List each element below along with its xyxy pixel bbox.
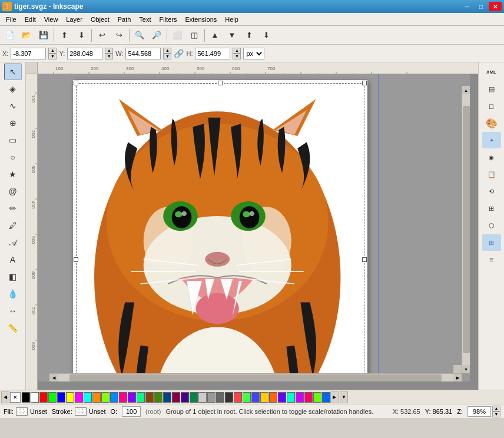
minimize-button[interactable]: ─	[460, 2, 473, 11]
zoom-input[interactable]	[467, 406, 491, 417]
color-swatch-yellow[interactable]	[66, 392, 74, 403]
h-spin-up[interactable]: ▲	[233, 48, 241, 54]
color-swatch-yellowgreen[interactable]	[313, 392, 321, 403]
color-swatch-lightgreen[interactable]	[243, 392, 251, 403]
text-tool-btn[interactable]: A	[4, 251, 22, 268]
menu-filters[interactable]: Filters	[156, 15, 181, 24]
color-swatch-springgreen[interactable]	[137, 392, 145, 403]
new-btn[interactable]: 📄	[1, 28, 18, 43]
xml-editor-btn[interactable]: XML	[482, 64, 501, 80]
color-swatch-red[interactable]	[39, 392, 48, 403]
h-scroll-thumb[interactable]	[69, 374, 442, 381]
color-swatch-dodgerblue[interactable]	[322, 392, 330, 403]
connector-tool-btn[interactable]: ↔	[4, 303, 22, 319]
x-input[interactable]	[11, 48, 46, 59]
x-spin-up[interactable]: ▲	[48, 48, 57, 54]
undo-btn[interactable]: ↩	[94, 28, 110, 43]
x-spin[interactable]: ▲ ▼	[48, 48, 57, 59]
canvas-viewport[interactable]: ◀ ▶ ▲ ▼	[38, 74, 470, 381]
h-spin[interactable]: ▲ ▼	[233, 48, 241, 59]
titlebar-buttons[interactable]: ─ □ ✕	[460, 2, 502, 11]
h-spin-down[interactable]: ▼	[233, 54, 241, 59]
open-btn[interactable]: 📂	[18, 28, 35, 43]
scroll-left-btn[interactable]: ◀	[49, 374, 58, 382]
w-spin[interactable]: ▲ ▼	[163, 48, 171, 59]
color-swatch-olive[interactable]	[154, 392, 163, 403]
y-spin-up[interactable]: ▲	[105, 48, 113, 54]
layers-btn[interactable]: ▤	[482, 81, 501, 97]
horizontal-scrollbar[interactable]: ◀ ▶	[49, 373, 462, 381]
dropper-tool-btn[interactable]: 💧	[4, 286, 22, 302]
unit-selector[interactable]: px mm cm in pt	[243, 48, 264, 59]
color-swatch-indigo[interactable]	[181, 392, 189, 403]
w-input[interactable]	[125, 48, 161, 59]
gradient-tool-btn[interactable]: ◧	[4, 268, 22, 285]
color-swatch-gold[interactable]	[260, 392, 268, 403]
clipboard-btn[interactable]: 📋	[482, 166, 501, 182]
tweak-tool-btn[interactable]: ∿	[4, 98, 22, 114]
save-btn[interactable]: 💾	[35, 28, 52, 43]
nodes-btn[interactable]: ⬡	[482, 217, 501, 234]
w-spin-up[interactable]: ▲	[163, 48, 171, 54]
color-swatch-brown[interactable]	[145, 392, 154, 403]
canvas-area[interactable]: 100 200 300 400 500 600 700	[26, 62, 478, 390]
import-btn[interactable]: ⬆	[56, 28, 72, 43]
x-spin-down[interactable]: ▼	[48, 54, 57, 59]
color-swatch-rose[interactable]	[119, 392, 127, 403]
color-swatch-salmon[interactable]	[234, 392, 242, 403]
color-swatch-white[interactable]	[31, 392, 39, 403]
color-swatch-chartreuse[interactable]	[101, 392, 110, 403]
lower-bottom-btn[interactable]: ⬇	[258, 28, 274, 43]
color-swatch-darkgray[interactable]	[216, 392, 224, 403]
color-swatch-purple[interactable]	[278, 392, 286, 403]
color-swatch-gray[interactable]	[207, 392, 215, 403]
v-scroll-thumb[interactable]	[463, 106, 470, 353]
ellipse-tool-btn[interactable]: ○	[4, 149, 22, 165]
color-swatch-turquoise[interactable]	[287, 392, 295, 403]
rect-tool-btn[interactable]: ▭	[4, 132, 22, 148]
color-swatch-black[interactable]	[22, 392, 30, 403]
spiral-tool-btn[interactable]: @	[4, 183, 22, 200]
measure-tool-btn[interactable]: 📏	[4, 320, 22, 336]
fill-color-box[interactable]	[16, 407, 28, 416]
scroll-right-btn[interactable]: ▶	[453, 374, 462, 382]
color-swatch-navy[interactable]	[163, 392, 171, 403]
stroke-color-box[interactable]	[75, 407, 87, 416]
color-swatch-violet[interactable]	[128, 392, 136, 403]
opacity-input[interactable]	[122, 406, 141, 417]
palette-menu[interactable]: ▼	[340, 391, 348, 403]
menu-file[interactable]: File	[2, 15, 20, 24]
fill-stroke-btn[interactable]: 🎨	[482, 115, 501, 131]
color-swatch-blue[interactable]	[57, 392, 65, 403]
transform-btn[interactable]: ⟲	[482, 183, 501, 200]
color-swatch-magenta[interactable]	[75, 392, 83, 403]
zoom-in-btn[interactable]: 🔍	[131, 28, 148, 43]
palette-scroll-right[interactable]: ▶	[330, 391, 339, 403]
menu-extensions[interactable]: Extensions	[181, 15, 220, 24]
w-spin-down[interactable]: ▼	[163, 54, 171, 59]
zoom-spin-down[interactable]: ▼	[492, 412, 500, 417]
color-swatch-orchid[interactable]	[296, 392, 304, 403]
maximize-button[interactable]: □	[475, 2, 488, 11]
raise-top-btn[interactable]: ⬆	[241, 28, 257, 43]
palette-scroll-left[interactable]: ◀	[1, 391, 9, 403]
grid-snap-btn[interactable]: ⊞	[482, 234, 501, 251]
color-swatch-silver[interactable]	[198, 392, 207, 403]
callig-tool-btn[interactable]: 𝒜	[4, 234, 22, 251]
menu-object[interactable]: Object	[87, 15, 113, 24]
bars-btn[interactable]: ≡	[482, 251, 501, 268]
close-button[interactable]: ✕	[489, 2, 502, 11]
vertical-scrollbar[interactable]: ▲ ▼	[462, 86, 470, 373]
y-spin-down[interactable]: ▼	[105, 54, 113, 59]
menu-view[interactable]: View	[41, 15, 62, 24]
color-swatch-crimson[interactable]	[172, 392, 180, 403]
redo-btn[interactable]: ↪	[111, 28, 127, 43]
pencil-tool-btn[interactable]: ✏	[4, 200, 22, 217]
lower-btn[interactable]: ▼	[224, 28, 240, 43]
zoom-out-btn[interactable]: 🔎	[148, 28, 165, 43]
menu-layer[interactable]: Layer	[62, 15, 86, 24]
select-tool-btn[interactable]: ↖	[4, 64, 22, 80]
menu-edit[interactable]: Edit	[21, 15, 39, 24]
color-swatch-cornflower[interactable]	[251, 392, 260, 403]
menu-path[interactable]: Path	[114, 15, 135, 24]
